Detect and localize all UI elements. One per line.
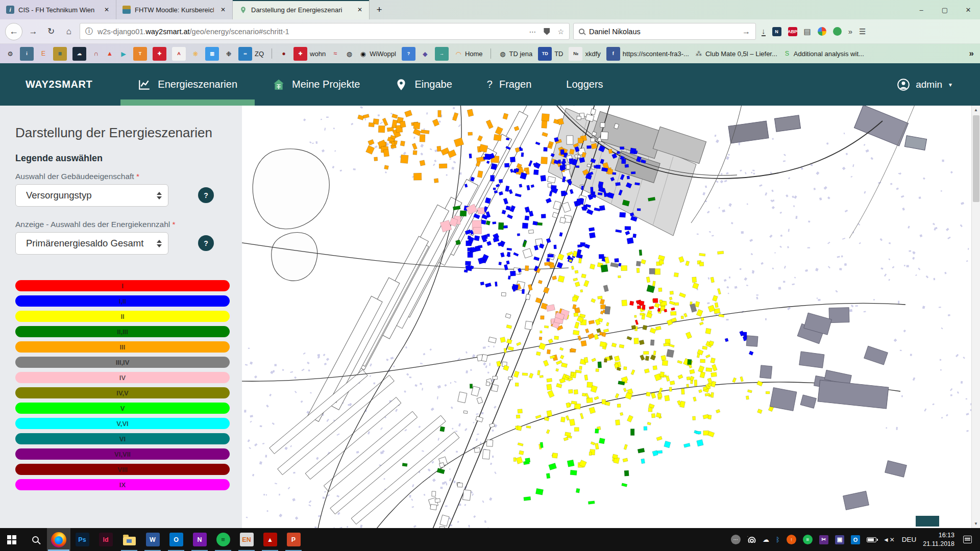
legend-pill-III[interactable]: III	[15, 341, 230, 353]
bookmark-shield-question[interactable]: ?	[402, 47, 415, 61]
legend-pill-V[interactable]: V	[15, 403, 230, 414]
scroll-up-icon[interactable]: ▲	[972, 106, 980, 114]
city-map[interactable]	[242, 106, 980, 528]
legend-pill-III,IV[interactable]: III,IV	[15, 357, 230, 368]
search-go-icon[interactable]: →	[742, 27, 750, 36]
scrollbar-thumb[interactable]	[973, 115, 979, 202]
scroll-down-icon[interactable]: ▼	[972, 519, 980, 528]
tab-close-icon[interactable]: ✕	[218, 5, 228, 14]
legend-pill-I[interactable]: I	[15, 280, 230, 291]
bookmark-arch[interactable]: ∩	[92, 49, 100, 58]
bookmark-wiwoppl[interactable]: ◉WiWoppl	[359, 49, 396, 58]
nav-item-eingabe[interactable]: Eingabe	[377, 63, 469, 106]
bookmark-gitlab[interactable]: ▲	[106, 49, 114, 58]
overflow-icon[interactable]: »	[848, 27, 852, 36]
legend-pill-I,II[interactable]: I,II	[15, 295, 230, 307]
nav-item-loggers[interactable]: Loggers	[549, 63, 620, 106]
browser-tab[interactable]: FHTW Moodle: Kursbereiche✕	[116, 0, 233, 19]
bookmark-swoosh[interactable]: ≈	[331, 49, 339, 58]
sidebars-icon[interactable]: ▤	[804, 27, 811, 36]
pocket-icon[interactable]	[544, 28, 550, 35]
bookmark-waffle[interactable]: ❋	[191, 49, 200, 58]
bookmark-td[interactable]: TDTD	[538, 47, 563, 61]
browser-tab[interactable]: iCIS - FH Technikum Wien✕	[0, 0, 116, 19]
bluetooth-icon[interactable]: ᛒ	[776, 536, 780, 543]
legend-pill-V,VI[interactable]: V,VI	[15, 418, 230, 429]
page-actions-icon[interactable]: ⋯	[529, 28, 536, 36]
legend-pill-IV[interactable]: IV	[15, 372, 230, 383]
taskbar-word[interactable]: W	[141, 528, 164, 551]
bookmark-star-icon[interactable]: ☆	[557, 28, 564, 36]
clock[interactable]: 16:1321.11.2018	[923, 531, 954, 548]
map-attribution-box[interactable]	[916, 516, 939, 527]
bookmark-club-mate[interactable]: ⁂Club Mate 0,5l – Liefer...	[695, 49, 777, 58]
extension-color-icon[interactable]	[818, 27, 826, 36]
bookmark-facebook[interactable]: fhttps://scontent-fra3-...	[606, 47, 689, 61]
bookmark-letter-e[interactable]: E	[39, 49, 47, 58]
adblock-icon[interactable]: ABP	[788, 27, 797, 36]
outlook-tray[interactable]: O	[851, 535, 860, 544]
browser-tab[interactable]: Darstellung der Energieszenari✕	[233, 0, 370, 19]
downloads-icon[interactable]: ↓	[762, 27, 766, 36]
legend-pill-VI[interactable]: VI	[15, 433, 230, 444]
new-tab-button[interactable]: +	[370, 0, 389, 19]
restore-button[interactable]: ▢	[933, 0, 957, 19]
nav-item-fragen[interactable]: ?Fragen	[470, 63, 549, 106]
legend-pill-IX[interactable]: IX	[15, 479, 230, 490]
nav-item-energieszenarien[interactable]: Energieszenarien	[120, 63, 255, 106]
search-box[interactable]: Daniel Nikolaus →	[573, 23, 756, 40]
minimize-button[interactable]: –	[910, 0, 933, 19]
tab-close-icon[interactable]: ✕	[102, 5, 112, 14]
back-button[interactable]: ←	[5, 23, 22, 40]
building-property-select[interactable]: Versorgungstyp	[15, 184, 168, 207]
owncloud-tray[interactable]: ⋯	[731, 535, 741, 544]
wifi-icon[interactable]: *	[747, 536, 756, 543]
language-indicator[interactable]: DEU	[902, 536, 917, 543]
bookmark-s-green[interactable]: SAdditional analysis wit...	[783, 49, 864, 58]
taskbar-file-explorer[interactable]	[117, 528, 141, 551]
bookmark-trello[interactable]: T	[133, 47, 147, 61]
battery-icon[interactable]	[867, 537, 876, 542]
bookmark-owncloud[interactable]: ☁	[72, 47, 86, 61]
bookmark-gear[interactable]: ⚙	[6, 49, 14, 58]
nav-item-meine-projekte[interactable]: Meine Projekte	[255, 63, 377, 106]
user-menu[interactable]: admin ▾	[897, 78, 952, 92]
bookmarks-overflow-icon[interactable]: »	[969, 48, 974, 59]
onenote-clipper[interactable]: ✂	[819, 535, 828, 544]
bookmark-cis-info[interactable]: i	[20, 47, 34, 61]
bookmark-wohn[interactable]: ✚wohn	[293, 47, 326, 61]
legend-pill-VIII[interactable]: VIII	[15, 464, 230, 475]
app-tray[interactable]: ▣	[835, 535, 844, 544]
brand-logo[interactable]: WAY2SMART	[26, 79, 92, 90]
extension-green-icon[interactable]	[833, 27, 842, 36]
home-button[interactable]: ⌂	[62, 24, 76, 39]
taskbar-indesign[interactable]: Id	[94, 528, 117, 551]
bookmark-moodle[interactable]: ≣	[53, 47, 67, 61]
forward-button[interactable]: →	[26, 24, 40, 39]
legend-pill-II,III[interactable]: II,III	[15, 326, 230, 337]
volume-muted-icon[interactable]: ◄✕	[883, 536, 895, 543]
legend-pill-IV,V[interactable]: IV,V	[15, 387, 230, 398]
taskbar-powerpoint[interactable]: P	[282, 528, 305, 551]
bookmark-warning-a[interactable]: A	[172, 47, 186, 61]
extension-n-icon[interactable]: N	[772, 27, 781, 36]
taskbar-onenote[interactable]: N	[188, 528, 211, 551]
bookmark-zq[interactable]: ∞ZQ	[238, 47, 264, 61]
help-button-2[interactable]: ?	[198, 235, 214, 251]
menu-icon[interactable]: ☰	[859, 27, 866, 36]
url-bar[interactable]: ⓘ w2s-django01.way2smart.at/geo/energy/s…	[80, 23, 570, 40]
legend-pill-VI,VII[interactable]: VI,VII	[15, 448, 230, 460]
onedrive-icon[interactable]: ☁	[763, 536, 769, 543]
reload-button[interactable]: ↻	[44, 24, 58, 39]
taskbar-firefox[interactable]	[47, 528, 70, 551]
bookmark-cube[interactable]: ◆	[421, 49, 429, 58]
bookmark-fingerprint[interactable]: ❉	[225, 49, 233, 58]
taskbar-start-button[interactable]	[0, 528, 23, 551]
taskbar-taskbar-search[interactable]	[23, 528, 47, 551]
bookmark-ladybug[interactable]: ●	[280, 49, 288, 58]
taskbar-acrobat[interactable]: ▲	[258, 528, 282, 551]
bookmark-share-teal[interactable]: →	[435, 47, 449, 61]
site-info-icon[interactable]: ⓘ	[85, 27, 93, 36]
upload-icon[interactable]: ↑	[787, 535, 796, 544]
taskbar-photoshop[interactable]: Ps	[70, 528, 94, 551]
